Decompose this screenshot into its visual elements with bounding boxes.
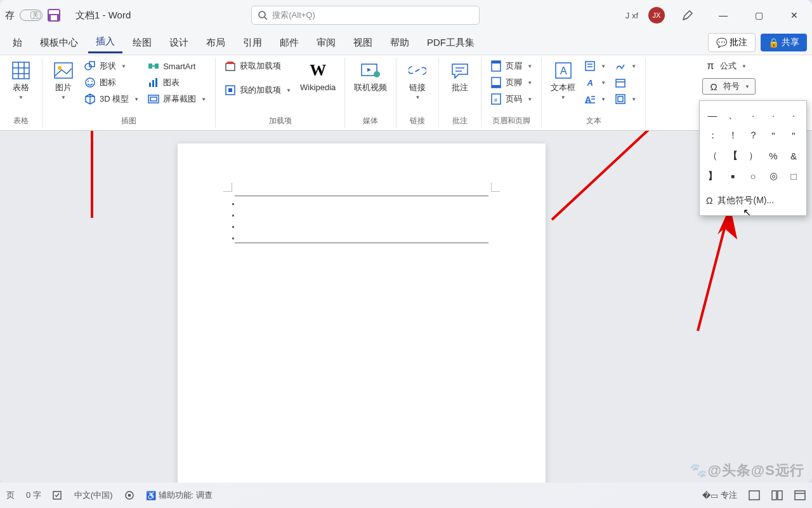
group-links: 链接 ▼ 链接 [396,58,439,128]
icons-button[interactable]: 图标 [82,76,141,90]
tab-references[interactable]: 引用 [235,33,270,53]
comments-button[interactable]: 💬 批注 [708,33,756,52]
object-button[interactable]: ▼ [612,92,639,106]
symbol-cell[interactable]: ： [704,126,721,144]
omega-icon: Ω [706,196,712,206]
store-icon [225,60,236,72]
status-language[interactable]: 中文(中国) [74,490,113,501]
datetime-button[interactable] [612,76,639,90]
my-addins-button[interactable]: 我的加载项▼ [222,83,294,97]
share-button[interactable]: 🔒 共享 [761,34,807,51]
titlebar: 存 关 文档1 - Word 搜索(Alt+Q) J xf JX — ▢ ✕ [0,0,812,30]
view-weblayout[interactable] [794,490,806,500]
close-button[interactable]: ✕ [782,6,807,25]
screenshot-button[interactable]: 屏幕截图▼ [145,92,209,106]
autosave-toggle[interactable]: 关 [20,10,43,21]
shapes-button[interactable]: 形状▼ [82,59,141,73]
online-video-button[interactable]: 联机视频 [351,59,390,93]
group-illustrations: 图片 ▼ 形状▼ 图标 3D 模型▼ SmartArt 图表 屏幕截图▼ 插图 [43,58,216,128]
symbol-cell[interactable]: ？ [744,126,762,144]
status-macro[interactable] [124,490,134,500]
footer-icon [490,77,502,88]
view-readmode[interactable] [771,490,783,500]
tab-review[interactable]: 审阅 [309,33,343,53]
symbol-cell[interactable]: — [704,106,721,124]
symbol-cell[interactable]: ） [744,147,762,164]
tab-template[interactable]: 模板中心 [32,33,86,53]
tab-layout[interactable]: 布局 [199,33,233,53]
tab-view[interactable]: 视图 [346,33,380,53]
maximize-button[interactable]: ▢ [746,6,771,25]
status-proofing[interactable] [53,490,63,500]
tab-help[interactable]: 帮助 [383,33,417,53]
symbol-cell[interactable]: " [764,126,782,144]
dropcap-button[interactable]: A▼ [582,92,608,106]
symbol-cell[interactable]: % [764,147,782,164]
view-printlayout[interactable] [749,490,760,500]
pictures-button[interactable]: 图片 ▼ [49,59,78,102]
wordart-button[interactable]: A▼ [582,76,608,90]
equation-button[interactable]: π公式▼ [702,59,756,73]
document-area[interactable] [0,131,812,483]
object-icon [615,93,626,105]
symbol-cell[interactable]: " [785,126,802,144]
symbol-cell[interactable]: 、 [724,106,742,124]
chart-button[interactable]: 图表 [145,76,209,90]
paragraph-mark [232,237,234,239]
tab-start[interactable]: 始 [5,33,30,53]
smartart-button[interactable]: SmartArt [145,59,209,73]
calendar-icon [615,77,626,88]
page[interactable] [178,144,546,483]
quickparts-button[interactable]: ▼ [582,59,608,73]
links-button[interactable]: 链接 ▼ [403,59,432,102]
symbol-cell[interactable]: · [785,106,802,124]
status-page[interactable]: 页 [6,490,15,501]
wikipedia-button[interactable]: W Wikipedia [298,59,338,93]
symbol-cell[interactable]: （ [704,147,721,164]
symbol-cell[interactable]: ◎ [764,167,782,185]
more-symbols-button[interactable]: Ω 其他符号(M)... [704,191,802,210]
ribbon: 表格 ▼ 表格 图片 ▼ 形状▼ 图标 3D 模型▼ Sm [0,55,812,131]
textbox-button[interactable]: A 文本框 ▼ [548,59,578,102]
tables-button[interactable]: 表格 ▼ [6,59,36,102]
symbol-cell[interactable]: 【 [724,147,742,164]
status-focus[interactable]: �▭ 专注 [702,490,737,501]
tab-pdftools[interactable]: PDF工具集 [419,33,482,53]
symbol-cell[interactable]: · [764,106,782,124]
symbol-cell[interactable]: ！ [724,126,742,144]
status-accessibility[interactable]: ♿ 辅助功能: 调查 [146,490,213,501]
symbol-cell[interactable]: ○ [744,167,762,185]
get-addins-button[interactable]: 获取加载项 [222,59,294,73]
svg-point-27 [374,71,380,77]
footer-button[interactable]: 页脚▼ [488,76,535,90]
pagenumber-button[interactable]: #页码▼ [488,92,535,106]
search-box[interactable]: 搜索(Alt+Q) [251,6,480,25]
symbol-cell[interactable]: & [785,147,802,164]
save-icon[interactable] [48,9,60,22]
tab-design[interactable]: 设计 [162,33,196,53]
svg-rect-18 [152,80,154,87]
comment-button[interactable]: 批注 [445,59,475,93]
symbol-cell[interactable]: 】 [704,167,721,185]
status-wordcount[interactable]: 0 字 [26,490,41,501]
tab-insert[interactable]: 插入 [88,32,122,53]
symbol-button[interactable]: Ω符号▼ [702,78,756,95]
3dmodel-button[interactable]: 3D 模型▼ [82,92,141,106]
tab-mailings[interactable]: 邮件 [272,33,306,53]
avatar[interactable]: JX [648,7,665,23]
symbol-cell[interactable]: □ [785,167,802,185]
minimize-button[interactable]: — [710,6,736,25]
autosave-label: 存 [5,10,15,22]
symbol-cell[interactable]: ■ [724,167,742,185]
group-tables: 表格 ▼ 表格 [0,58,43,128]
tab-draw[interactable]: 绘图 [125,33,159,53]
addins-icon [225,84,236,96]
group-media: 联机视频 媒体 [345,58,396,128]
edit-mode-button[interactable] [675,6,700,25]
svg-point-8 [58,66,62,70]
symbol-cell[interactable]: · [744,106,762,124]
header-button[interactable]: 页眉▼ [488,59,535,73]
omega-icon: Ω [708,81,719,92]
dropcap-icon: A [584,93,596,105]
signature-button[interactable]: ▼ [612,59,639,73]
